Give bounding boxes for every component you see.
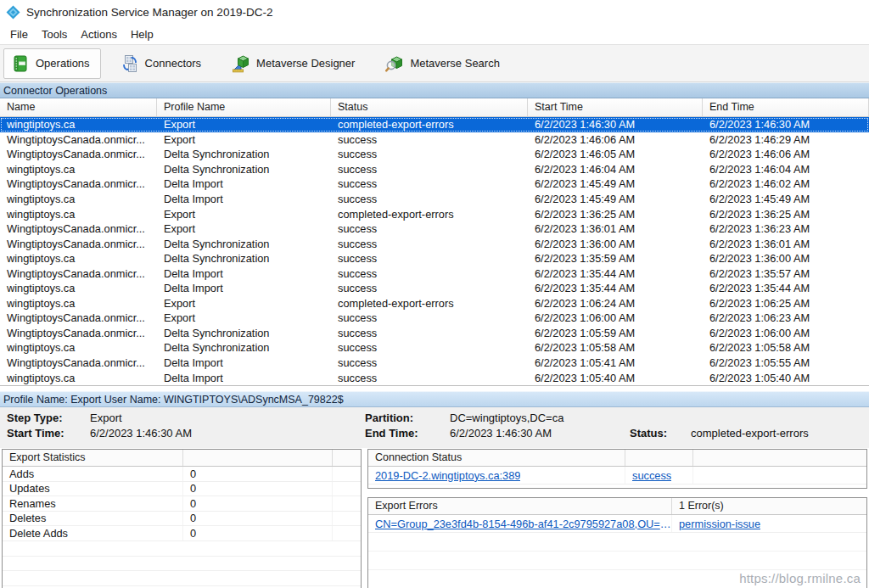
connection-status-pane: Connection Status 2019-DC-2.wingtiptoys.… (367, 449, 867, 489)
column-header-end-time[interactable]: End Time (703, 98, 869, 116)
error-type-link[interactable]: permission-issue (679, 518, 760, 530)
cell-status: success (331, 163, 528, 176)
menu-item[interactable]: Tools (35, 25, 74, 43)
cell-name: wingtiptoys.ca (0, 372, 157, 384)
cell-start-time: 6/2/2023 1:46:05 AM (528, 148, 703, 160)
cell-profile-name: Delta Import (157, 282, 331, 294)
connection-status-header: Connection Status (368, 450, 866, 467)
table-row[interactable]: WingtiptoysCanada.onmicr... Delta Import… (0, 356, 869, 371)
metaverse-designer-button[interactable]: Metaverse Designer (224, 48, 366, 79)
connection-server-link[interactable]: 2019-DC-2.wingtiptoys.ca:389 (375, 469, 520, 482)
export-statistics-header: Export Statistics (3, 450, 361, 467)
cell-start-time: 6/2/2023 1:46:04 AM (528, 163, 703, 176)
operations-icon (11, 54, 30, 73)
statistic-row[interactable]: Updates 0 (3, 482, 361, 497)
cell-start-time: 6/2/2023 1:46:30 AM (528, 118, 703, 131)
cell-start-time: 6/2/2023 1:45:49 AM (528, 193, 703, 205)
column-header-name[interactable]: Name (0, 98, 157, 116)
connectors-button[interactable]: Connectors (113, 48, 212, 79)
export-statistics-title[interactable]: Export Statistics (3, 450, 183, 466)
table-row[interactable]: wingtiptoys.ca Export completed-export-e… (0, 206, 869, 221)
cell-start-time: 6/2/2023 1:45:49 AM (528, 177, 703, 190)
statistic-name: Adds (3, 467, 183, 481)
cell-name: wingtiptoys.ca (0, 193, 157, 205)
menu-item[interactable]: Actions (74, 25, 124, 43)
table-row[interactable]: WingtiptoysCanada.onmicr... Delta Synchr… (0, 326, 869, 341)
bottom-panes: Export Statistics Adds 0 Updates 0 (0, 448, 869, 588)
column-header-start-time[interactable]: Start Time (528, 98, 703, 116)
column-header-status[interactable]: Status (331, 98, 528, 116)
cell-start-time: 6/2/2023 1:05:40 AM (528, 372, 703, 384)
table-row[interactable]: wingtiptoys.ca Delta Import success 6/2/… (0, 192, 869, 207)
cell-status: success (331, 372, 528, 384)
export-errors-title[interactable]: Export Errors (368, 498, 672, 514)
table-row[interactable]: WingtiptoysCanada.onmicr... Delta Import… (0, 266, 869, 281)
cell-start-time: 6/2/2023 1:06:00 AM (528, 311, 703, 324)
statistic-name: Deletes (3, 512, 183, 526)
connectors-icon (121, 54, 139, 73)
cell-name: WingtiptoysCanada.onmicr... (0, 267, 157, 280)
table-row[interactable]: wingtiptoys.ca Delta Synchronization suc… (0, 162, 869, 177)
cell-status: success (331, 177, 528, 190)
table-row[interactable]: wingtiptoys.ca Delta Import success 6/2/… (0, 281, 869, 296)
cell-status: completed-export-errors (331, 208, 528, 221)
cell-name: WingtiptoysCanada.onmicr... (0, 311, 157, 324)
cell-status: success (331, 356, 528, 369)
cell-status: completed-export-errors (331, 297, 528, 310)
app-sync-icon (6, 5, 20, 20)
table-row[interactable]: WingtiptoysCanada.onmicr... Export succe… (0, 221, 869, 237)
table-row[interactable]: WingtiptoysCanada.onmicr... Delta Import… (0, 176, 869, 192)
table-row[interactable]: wingtiptoys.ca Delta Synchronization suc… (0, 251, 869, 266)
cell-start-time: 6/2/2023 1:35:59 AM (528, 252, 703, 265)
table-row[interactable]: WingtiptoysCanada.onmicr... Delta Synchr… (0, 147, 869, 162)
cell-name: WingtiptoysCanada.onmicr... (0, 222, 157, 235)
export-error-row: CN=Group_23e3fd4b-8154-496b-af41-2c97959… (368, 515, 866, 533)
operations-table-body: wingtiptoys.ca Export completed-export-e… (0, 117, 869, 385)
partition-label: Partition: (365, 412, 450, 424)
cell-start-time: 6/2/2023 1:35:44 AM (528, 282, 703, 294)
menu-item[interactable]: File (3, 25, 35, 43)
menu-item[interactable]: Help (124, 25, 160, 43)
cell-profile-name: Export (157, 118, 331, 131)
export-errors-header: Export Errors 1 Error(s) (368, 498, 866, 515)
cell-profile-name: Delta Import (157, 356, 331, 369)
cell-profile-name: Delta Import (157, 193, 331, 205)
error-object-link[interactable]: CN=Group_23e3fd4b-8154-496b-af41-2c97959… (375, 518, 671, 530)
connection-status-title[interactable]: Connection Status (368, 450, 625, 466)
export-errors-rows: CN=Group_23e3fd4b-8154-496b-af41-2c97959… (368, 515, 866, 533)
cell-start-time: 6/2/2023 1:36:01 AM (528, 222, 703, 235)
watermark: https://blog.rmilne.ca (739, 571, 861, 585)
cell-profile-name: Delta Import (157, 267, 331, 280)
column-header-profile-name[interactable]: Profile Name (157, 98, 331, 116)
cell-status: success (331, 341, 528, 354)
cell-profile-name: Delta Synchronization (157, 252, 331, 265)
export-statistics-rows: Adds 0 Updates 0 Renames 0 (3, 467, 361, 541)
statistic-row[interactable]: Deletes 0 (3, 512, 361, 527)
cell-profile-name: Export (157, 133, 331, 146)
cell-start-time: 6/2/2023 1:36:00 AM (528, 238, 703, 250)
operations-button[interactable]: Operations (3, 48, 101, 79)
window-title: Synchronization Service Manager on 2019-… (26, 6, 272, 19)
table-row[interactable]: wingtiptoys.ca Export completed-export-e… (0, 296, 869, 311)
table-row[interactable]: wingtiptoys.ca Export completed-export-e… (0, 117, 869, 132)
cell-profile-name: Delta Import (157, 372, 331, 384)
connectors-button-label: Connectors (145, 57, 201, 70)
cell-status: success (331, 193, 528, 205)
cell-end-time: 6/2/2023 1:36:25 AM (703, 208, 869, 221)
table-row[interactable]: wingtiptoys.ca Delta Import success 6/2/… (0, 370, 869, 385)
statistic-name: Delete Adds (3, 526, 183, 540)
cell-name: wingtiptoys.ca (0, 252, 157, 265)
table-row[interactable]: WingtiptoysCanada.onmicr... Export succe… (0, 132, 869, 148)
cell-end-time: 6/2/2023 1:46:04 AM (703, 163, 869, 176)
table-row[interactable]: WingtiptoysCanada.onmicr... Delta Synchr… (0, 236, 869, 251)
statistic-row[interactable]: Renames 0 (3, 496, 361, 512)
statistic-row[interactable]: Delete Adds 0 (3, 526, 361, 541)
statistic-name: Renames (3, 496, 183, 511)
table-row[interactable]: WingtiptoysCanada.onmicr... Export succe… (0, 311, 869, 326)
statistic-row[interactable]: Adds 0 (3, 467, 361, 482)
table-row[interactable]: wingtiptoys.ca Delta Synchronization suc… (0, 340, 869, 356)
metaverse-designer-icon (232, 54, 250, 73)
end-time-label: End Time: (365, 427, 450, 440)
metaverse-search-button[interactable]: Metaverse Search (378, 48, 511, 79)
connection-result-link[interactable]: success (632, 469, 671, 482)
